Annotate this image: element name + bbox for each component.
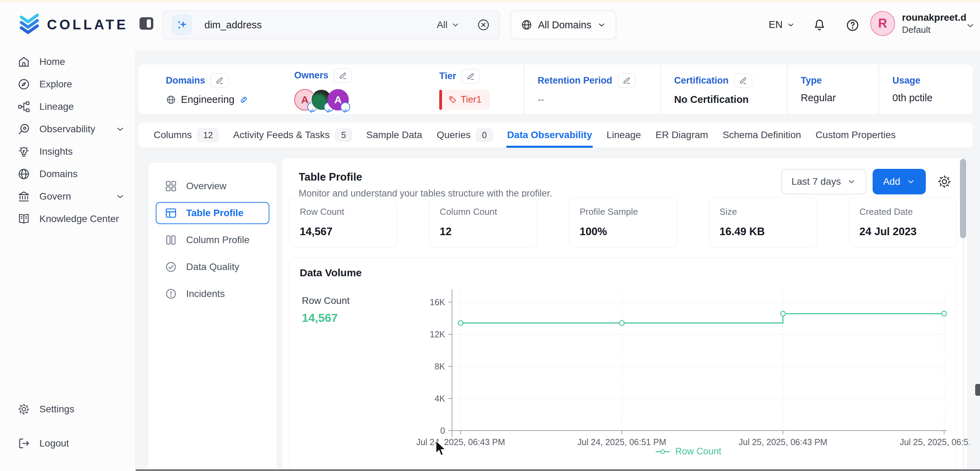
sidebar-item-home[interactable]: Home <box>0 51 135 73</box>
data-volume-title: Data Volume <box>300 267 362 278</box>
edit-owners-button[interactable] <box>334 68 352 83</box>
tier-label: Tier1 <box>448 94 482 105</box>
search-scope-dropdown[interactable]: All <box>437 19 460 30</box>
edit-retention-period-button[interactable] <box>618 73 636 88</box>
tier-tag[interactable]: Tier1 <box>439 90 490 110</box>
profiler-nav-incidents[interactable]: Incidents <box>156 283 269 305</box>
entity-header-label: Certification <box>674 75 729 86</box>
chart-legend[interactable]: Row Count <box>407 446 970 457</box>
sidebar-item-observability[interactable]: Observability <box>0 118 135 140</box>
collate-logo[interactable]: COLLATE <box>18 13 128 36</box>
close-circle-icon <box>477 18 490 32</box>
row-count-label: Row Count <box>302 295 350 306</box>
tab-custom-properties[interactable]: Custom Properties <box>808 122 903 148</box>
legend-marker-icon <box>655 449 670 454</box>
sidebar-item-knowledge-center[interactable]: Knowledge Center <box>0 207 135 230</box>
data-point[interactable] <box>942 311 947 316</box>
profiler-nav-table-profile[interactable]: Table Profile <box>156 202 269 224</box>
metric-value: 24 Jul 2023 <box>859 226 946 238</box>
sidebar-item-domains[interactable]: Domains <box>0 162 135 185</box>
profiler-settings-button[interactable] <box>937 174 952 189</box>
tab-schema-definition[interactable]: Schema Definition <box>716 122 808 148</box>
legend-label: Row Count <box>675 446 721 457</box>
profiler-nav-column-profile[interactable]: Column Profile <box>156 229 269 251</box>
user-name: rounakpreet.d <box>902 12 967 23</box>
sidebar-item-label: Govern <box>39 191 71 202</box>
user-menu[interactable]: R rounakpreet.d Default <box>870 11 967 36</box>
tab-queries[interactable]: Queries0 <box>430 122 500 148</box>
entity-header-value: Engineering <box>181 94 234 105</box>
tab-columns[interactable]: Columns12 <box>146 122 226 148</box>
user-avatar: R <box>870 11 895 36</box>
entity-header-value: Regular <box>801 92 836 103</box>
search-input[interactable] <box>204 19 437 31</box>
owner-avatar[interactable]: A <box>327 89 349 110</box>
user-menu-chevron[interactable] <box>966 21 975 32</box>
notifications-button[interactable] <box>812 18 827 33</box>
add-button-label: Add <box>883 176 900 187</box>
sidebar-toggle-button[interactable] <box>140 17 153 30</box>
chevron-down-icon <box>787 21 795 29</box>
metric-label: Created Date <box>859 207 946 217</box>
edit-tier-button[interactable] <box>462 69 480 84</box>
metric-card-column-count: Column Count12 <box>429 197 537 248</box>
metric-card-size: Size16.49 KB <box>709 197 817 248</box>
metric-card-created-date: Created Date24 Jul 2023 <box>849 197 957 248</box>
tab-label: Activity Feeds & Tasks <box>233 129 330 140</box>
sidebar-item-explore[interactable]: Explore <box>0 73 135 95</box>
svg-text:Jul 24, 2025, 06:51 PM: Jul 24, 2025, 06:51 PM <box>578 437 666 447</box>
data-point[interactable] <box>780 311 785 316</box>
sidebar-item-settings[interactable]: Settings <box>0 398 135 420</box>
tier-bar <box>439 90 442 110</box>
column-profile-icon <box>165 234 177 246</box>
tab-lineage[interactable]: Lineage <box>599 122 648 148</box>
sidebar-item-logout[interactable]: Logout <box>0 432 135 454</box>
sidebar-item-label: Domains <box>39 169 77 180</box>
tab-count-badge: 5 <box>335 129 352 142</box>
edit-certification-button[interactable] <box>734 73 752 88</box>
add-button[interactable]: Add <box>873 169 926 194</box>
profiler-nav-overview[interactable]: Overview <box>156 175 269 197</box>
tier-value: Tier1 <box>461 94 482 105</box>
sidebar-item-label: Home <box>39 56 65 67</box>
help-button[interactable] <box>845 18 860 33</box>
edit-domains-button[interactable] <box>211 73 229 88</box>
line-chart-svg: 04K8K12K16KJul 24, 2025, 06:43 PMJul 24,… <box>407 287 970 448</box>
check-circle-icon <box>165 261 177 273</box>
time-range-label: Last 7 days <box>791 176 841 187</box>
sidebar-item-insights[interactable]: Insights <box>0 140 135 162</box>
clear-search-button[interactable] <box>477 18 490 32</box>
sidebar-item-lineage[interactable]: Lineage <box>0 95 135 118</box>
data-point[interactable] <box>619 320 624 325</box>
clipped-edge-widget <box>975 384 980 396</box>
table-profile-panel: Table Profile Monitor and understand you… <box>282 158 967 471</box>
tab-activity-feeds-tasks[interactable]: Activity Feeds & Tasks5 <box>226 122 359 148</box>
sparkles-icon <box>172 15 192 35</box>
window-top-edge <box>0 0 980 2</box>
data-point[interactable] <box>458 320 463 325</box>
entity-header-section-tier: TierTier1 <box>439 64 525 114</box>
all-domains-filter[interactable]: All Domains <box>511 10 616 39</box>
explore-icon <box>17 78 30 91</box>
tab-sample-data[interactable]: Sample Data <box>359 122 430 148</box>
vertical-scrollbar-thumb[interactable] <box>960 159 966 238</box>
tab-label: Schema Definition <box>723 129 801 140</box>
sidebar-item-label: Insights <box>39 146 73 157</box>
language-selector[interactable]: EN <box>768 19 795 30</box>
logout-icon <box>17 437 30 450</box>
tab-label: Lineage <box>606 129 641 140</box>
tab-count-badge: 0 <box>476 129 493 142</box>
sidebar-item-govern[interactable]: Govern <box>0 185 135 207</box>
top-bar: COLLATE All All Domains <box>0 0 980 51</box>
profiler-nav-data-quality[interactable]: Data Quality <box>156 256 269 278</box>
time-range-dropdown[interactable]: Last 7 days <box>781 169 866 194</box>
metric-label: Profile Sample <box>579 207 666 217</box>
profile-metrics: Row Count14,567Column Count12Profile Sam… <box>289 197 957 248</box>
metric-card-profile-sample: Profile Sample100% <box>569 197 677 248</box>
tab-data-observability[interactable]: Data Observability <box>500 122 600 148</box>
tab-label: Sample Data <box>366 129 422 140</box>
global-search-bar[interactable]: All <box>162 10 500 39</box>
tab-er-diagram[interactable]: ER Diagram <box>648 122 715 148</box>
chevron-down-icon <box>451 21 460 29</box>
chevron-down-icon <box>597 21 606 29</box>
